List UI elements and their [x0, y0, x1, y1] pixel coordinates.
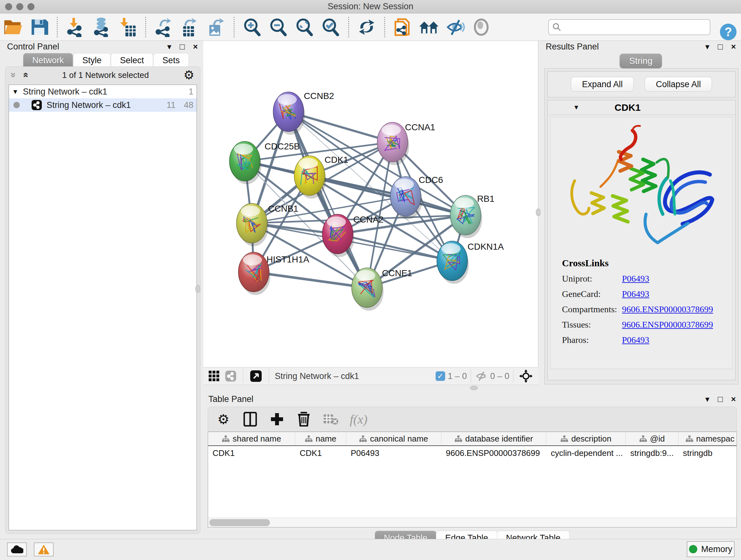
table-horizontal-scrollbar[interactable]: [208, 517, 737, 527]
export-image-button[interactable]: [206, 17, 226, 37]
collapse-protein-icon[interactable]: ▼: [573, 104, 580, 111]
memory-button[interactable]: Memory: [687, 541, 735, 557]
column-header-name[interactable]: name: [295, 432, 346, 445]
network-node-CDK1[interactable]: CDK1: [294, 155, 348, 199]
table-row[interactable]: CDK1CDK1P064939606.ENSP00000378699cyclin…: [208, 446, 737, 460]
network-options-gear-icon[interactable]: ⚙: [184, 68, 194, 82]
tab-sets[interactable]: Sets: [153, 53, 189, 68]
network-node-RB1[interactable]: RB1: [450, 194, 494, 238]
left-splitter-handle[interactable]: [195, 285, 200, 293]
cloud-status-button[interactable]: [7, 543, 27, 557]
panel-menu-button[interactable]: ▾: [705, 42, 710, 52]
tab-network[interactable]: Network: [23, 53, 73, 68]
show-panel-eye-button[interactable]: [471, 17, 491, 37]
node-table[interactable]: shared namenamecanonical namedatabase id…: [208, 432, 737, 527]
tree-expand-icon[interactable]: ▼: [12, 88, 18, 96]
window-titlebar: Session: New Session: [0, 0, 741, 13]
network-row[interactable]: String Network – cdk1 11 48: [9, 98, 197, 112]
crosslink-label: Pharos:: [562, 335, 622, 345]
crosslink-link[interactable]: 9606.ENSP00000378699: [622, 304, 713, 314]
statusbar-separator: [243, 369, 243, 383]
apply-preferred-layout-button[interactable]: [356, 17, 377, 37]
memory-status-dot: [689, 545, 697, 553]
grid-view-icon[interactable]: [208, 370, 220, 382]
minimize-window-button[interactable]: [16, 3, 23, 10]
network-view-icon[interactable]: [224, 370, 237, 382]
right-splitter-handle[interactable]: [536, 208, 541, 216]
export-network-button[interactable]: [153, 17, 174, 37]
import-network-from-database-button[interactable]: [91, 17, 112, 37]
table-toolbar: ⚙ f(x): [208, 407, 737, 432]
panel-menu-button[interactable]: ▾: [167, 42, 172, 52]
horizontal-splitter-handle[interactable]: [470, 386, 478, 390]
create-column-icon[interactable]: [269, 412, 285, 427]
column-header-shared-name[interactable]: shared name: [208, 432, 295, 445]
zoom-fit-content-button[interactable]: [294, 17, 315, 37]
export-table-button[interactable]: [180, 17, 200, 37]
panel-float-button[interactable]: □: [718, 42, 723, 52]
search-icon: [552, 22, 562, 32]
panel-close-button[interactable]: ×: [731, 394, 736, 404]
network-collection-row[interactable]: ▼ String Network – cdk1 1: [9, 85, 197, 98]
delete-table-icon[interactable]: [323, 412, 338, 427]
zoom-selected-button[interactable]: [320, 17, 341, 37]
string-protein-query-button[interactable]: [393, 17, 413, 37]
cloud-icon: [10, 545, 23, 554]
birds-eye-view-icon[interactable]: [519, 369, 533, 383]
delete-column-icon[interactable]: [296, 412, 312, 427]
function-builder-icon[interactable]: f(x): [350, 412, 367, 427]
crosslink-label: Tissues:: [562, 320, 622, 330]
scrollbar-thumb[interactable]: [209, 519, 270, 526]
search-input[interactable]: [564, 22, 710, 32]
panel-close-button[interactable]: ×: [193, 42, 198, 52]
network-node-CCNB2[interactable]: CCNB2: [273, 91, 334, 135]
show-columns-icon[interactable]: [243, 412, 258, 427]
network-graph[interactable]: CCNB2CCNA1CDC25BCDK1CDC6RB1CCNB1CCNA2CDK…: [203, 41, 538, 367]
panel-float-button[interactable]: □: [718, 394, 723, 404]
save-session-button[interactable]: [29, 17, 50, 37]
zoom-in-button[interactable]: [242, 17, 262, 37]
panel-float-button[interactable]: □: [180, 42, 185, 52]
expand-all-button[interactable]: Expand All: [571, 77, 634, 91]
collapse-all-networks-icon[interactable]: »: [12, 72, 16, 78]
home-networks-button[interactable]: [419, 17, 439, 37]
tab-string[interactable]: String: [619, 54, 662, 68]
column-header-@id[interactable]: @id: [626, 432, 678, 445]
help-button[interactable]: ?: [720, 23, 737, 40]
network-node-CCNE1[interactable]: CCNE1: [352, 268, 412, 311]
network-node-CDKN1A[interactable]: CDKN1A: [437, 241, 504, 284]
protein-card-header[interactable]: ▼ CDK1: [548, 100, 735, 115]
panel-menu-button[interactable]: ▾: [705, 394, 710, 404]
table-settings-gear-icon[interactable]: ⚙: [216, 412, 231, 427]
crosslink-link[interactable]: P06493: [622, 335, 650, 345]
current-network-indicator: [13, 102, 20, 108]
column-header-namespac[interactable]: namespac: [678, 432, 737, 445]
column-header-description[interactable]: description: [546, 432, 626, 445]
import-table-button[interactable]: [118, 17, 138, 37]
network-node-CCNA2[interactable]: CCNA2: [322, 214, 384, 257]
toolbar-separator: [348, 17, 349, 37]
maximize-window-button[interactable]: [27, 3, 35, 10]
crosslink-link[interactable]: P06493: [622, 289, 650, 299]
network-node-CCNA1[interactable]: CCNA1: [377, 122, 435, 165]
crosslink-link[interactable]: P06493: [622, 273, 650, 284]
expand-all-networks-icon[interactable]: »: [23, 72, 27, 78]
warnings-button[interactable]: [34, 543, 54, 557]
tab-select[interactable]: Select: [111, 53, 153, 68]
column-header-canonical-name[interactable]: canonical name: [346, 432, 441, 445]
panel-close-button[interactable]: ×: [731, 42, 736, 52]
network-canvas[interactable]: CCNB2CCNA1CDC25BCDK1CDC6RB1CCNB1CCNA2CDK…: [203, 41, 538, 367]
crosslink-link[interactable]: 9606.ENSP00000378699: [622, 320, 713, 330]
zoom-out-button[interactable]: [268, 17, 288, 37]
column-header-database-identifier[interactable]: database identifier: [441, 432, 546, 445]
network-edge[interactable]: [254, 272, 367, 288]
open-session-button[interactable]: [3, 17, 23, 37]
crosslink-label: GeneCard:: [562, 289, 622, 299]
table-cell: stringdb:9...: [626, 446, 678, 460]
collapse-all-button[interactable]: Collapse All: [645, 77, 712, 91]
hide-panel-eye-button[interactable]: [445, 17, 465, 37]
close-window-button[interactable]: [5, 3, 12, 10]
import-network-button[interactable]: [65, 17, 85, 37]
detach-view-icon[interactable]: [249, 369, 263, 383]
tab-style[interactable]: Style: [73, 53, 111, 68]
